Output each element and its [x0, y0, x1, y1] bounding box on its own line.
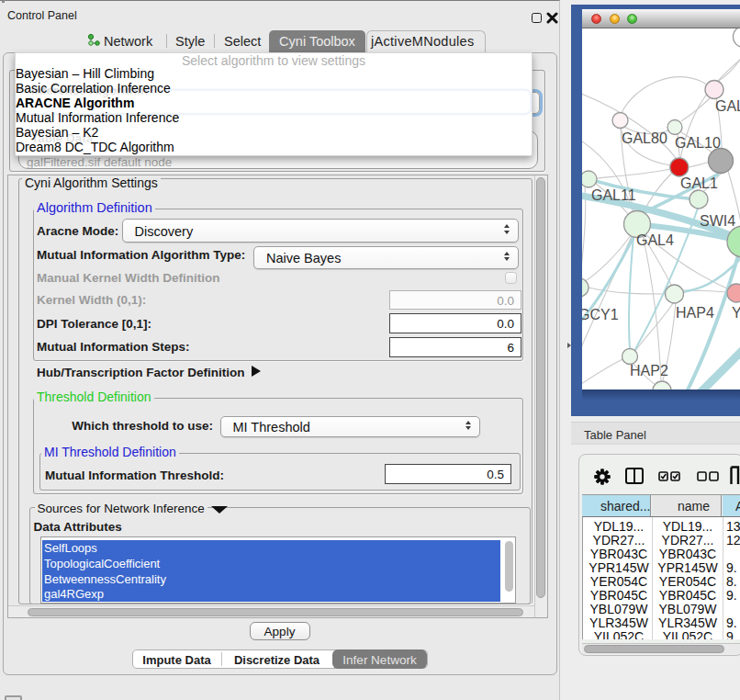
svg-text:YJ: YJ	[732, 305, 740, 321]
svg-text:HAP4: HAP4	[676, 305, 714, 321]
svg-text:GAL4: GAL4	[636, 232, 674, 248]
svg-text:GCY1: GCY1	[582, 307, 619, 322]
svg-text:GAL80: GAL80	[622, 130, 667, 146]
svg-text:GAL11: GAL11	[591, 187, 636, 203]
svg-text:GAL2: GAL2	[715, 98, 740, 114]
svg-text:SWI4: SWI4	[700, 213, 735, 229]
svg-text:GAL10: GAL10	[675, 135, 721, 151]
svg-text:HAP2: HAP2	[630, 363, 668, 378]
svg-text:GAL1: GAL1	[680, 175, 718, 191]
